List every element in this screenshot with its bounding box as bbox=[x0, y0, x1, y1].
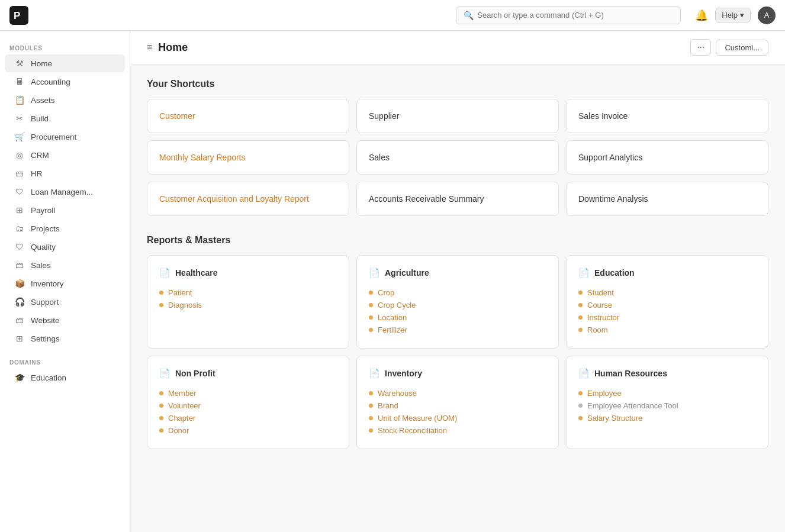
report-item-stock-reconciliation[interactable]: Stock Reconciliation bbox=[369, 424, 546, 437]
sidebar-item-website[interactable]: 🗃 Website bbox=[5, 311, 125, 329]
report-item-instructor[interactable]: Instructor bbox=[578, 311, 756, 324]
search-bar[interactable]: 🔍 bbox=[456, 7, 681, 24]
inventory-icon: 📦 bbox=[14, 279, 25, 288]
diagnosis-dot bbox=[159, 303, 163, 307]
report-card-healthcare: 📄 Healthcare Patient Diagnosis bbox=[147, 255, 349, 349]
sidebar-item-build[interactable]: ✂ Build bbox=[5, 109, 125, 127]
report-item-course[interactable]: Course bbox=[578, 299, 756, 311]
procurement-icon: 🛒 bbox=[14, 132, 25, 141]
sidebar-item-projects[interactable]: 🗂 Projects bbox=[5, 220, 125, 237]
sidebar-item-procurement-label: Procurement bbox=[31, 133, 76, 141]
volunteer-label: Volunteer bbox=[168, 401, 201, 410]
sidebar-item-support[interactable]: 🎧 Support bbox=[5, 293, 125, 311]
location-dot bbox=[369, 315, 373, 320]
sales-icon: 🗃 bbox=[14, 260, 25, 270]
report-item-crop[interactable]: Crop bbox=[369, 286, 546, 299]
healthcare-header: 📄 Healthcare bbox=[159, 267, 337, 278]
page-header-right: ··· Customi... bbox=[690, 39, 768, 56]
sidebar-item-education-domain-label: Education bbox=[31, 373, 66, 382]
page-content: Your Shortcuts Customer Supplier Sales I… bbox=[130, 65, 785, 463]
report-item-patient[interactable]: Patient bbox=[159, 286, 337, 299]
report-item-fertilizer[interactable]: Fertilizer bbox=[369, 324, 546, 336]
report-item-salary-structure[interactable]: Salary Structure bbox=[578, 412, 756, 424]
brand-dot bbox=[369, 404, 373, 408]
report-item-brand[interactable]: Brand bbox=[369, 399, 546, 412]
customize-button[interactable]: Customi... bbox=[716, 40, 768, 56]
sidebar-item-quality-label: Quality bbox=[31, 243, 56, 252]
search-input[interactable] bbox=[477, 11, 673, 20]
chapter-dot bbox=[159, 416, 163, 420]
svg-text:P: P bbox=[14, 10, 20, 21]
shortcut-customer[interactable]: Customer bbox=[147, 99, 349, 133]
patient-label: Patient bbox=[168, 288, 192, 297]
sidebar-item-payroll[interactable]: ⊞ Payroll bbox=[5, 201, 125, 219]
agriculture-header: 📄 Agriculture bbox=[369, 267, 546, 278]
report-item-attendance-tool[interactable]: Employee Attendance Tool bbox=[578, 399, 756, 412]
sidebar-item-crm[interactable]: ◎ CRM bbox=[5, 146, 125, 164]
sidebar-item-hr-label: HR bbox=[31, 169, 43, 178]
shortcut-support-analytics[interactable]: Support Analytics bbox=[566, 140, 768, 175]
sidebar-item-settings[interactable]: ⊞ Settings bbox=[5, 330, 125, 347]
stock-reconciliation-dot bbox=[369, 428, 373, 433]
report-card-nonprofit: 📄 Non Profit Member Volunteer Chapter bbox=[147, 356, 349, 449]
report-item-employee[interactable]: Employee bbox=[578, 387, 756, 399]
report-item-volunteer[interactable]: Volunteer bbox=[159, 399, 337, 412]
sidebar-item-hr[interactable]: 🗃 HR bbox=[5, 165, 125, 182]
donor-dot bbox=[159, 428, 163, 433]
shortcut-monthly-salary[interactable]: Monthly Salary Reports bbox=[147, 140, 349, 175]
sidebar-item-loan[interactable]: 🛡 Loan Managem... bbox=[5, 183, 125, 201]
shortcuts-grid: Customer Supplier Sales Invoice Monthly … bbox=[147, 99, 768, 216]
report-item-member[interactable]: Member bbox=[159, 387, 337, 399]
sidebar-item-education-domain[interactable]: 🎓 Education bbox=[5, 369, 125, 386]
shortcut-sales-invoice[interactable]: Sales Invoice bbox=[566, 99, 768, 133]
sidebar-item-projects-label: Projects bbox=[31, 224, 60, 233]
sidebar-item-website-label: Website bbox=[31, 316, 60, 325]
report-item-chapter[interactable]: Chapter bbox=[159, 412, 337, 424]
education-header: 📄 Education bbox=[578, 267, 756, 278]
sidebar-item-home[interactable]: ⚒ Home bbox=[5, 54, 125, 72]
sidebar-item-inventory[interactable]: 📦 Inventory bbox=[5, 275, 125, 292]
shortcut-accounts-receivable[interactable]: Accounts Receivable Summary bbox=[356, 182, 559, 216]
sidebar-item-procurement[interactable]: 🛒 Procurement bbox=[5, 128, 125, 146]
page-header: ≡ Home ··· Customi... bbox=[130, 31, 785, 65]
notification-bell[interactable]: 🔔 bbox=[695, 9, 708, 22]
report-item-donor[interactable]: Donor bbox=[159, 424, 337, 437]
volunteer-dot bbox=[159, 404, 163, 408]
report-item-student[interactable]: Student bbox=[578, 286, 756, 299]
accounting-icon: 🖩 bbox=[14, 77, 25, 86]
member-dot bbox=[159, 391, 163, 395]
shortcut-downtime-analysis[interactable]: Downtime Analysis bbox=[566, 182, 768, 216]
sidebar-item-home-label: Home bbox=[31, 59, 52, 68]
avatar[interactable]: A bbox=[758, 7, 776, 24]
report-item-warehouse[interactable]: Warehouse bbox=[369, 387, 546, 399]
sidebar-item-assets[interactable]: 📋 Assets bbox=[5, 91, 125, 109]
shortcut-customer-acquisition[interactable]: Customer Acquisition and Loyalty Report bbox=[147, 182, 349, 216]
domains-label: DOMAINS bbox=[0, 354, 130, 368]
report-item-location[interactable]: Location bbox=[369, 311, 546, 324]
logo[interactable]: P bbox=[9, 6, 28, 25]
sidebar-item-accounting[interactable]: 🖩 Accounting bbox=[5, 73, 125, 91]
stock-reconciliation-label: Stock Reconciliation bbox=[378, 426, 447, 435]
fertilizer-dot bbox=[369, 328, 373, 332]
reports-grid: 📄 Healthcare Patient Diagnosis bbox=[147, 255, 768, 449]
report-item-room[interactable]: Room bbox=[578, 324, 756, 336]
shortcut-sales[interactable]: Sales bbox=[356, 140, 559, 175]
report-item-diagnosis[interactable]: Diagnosis bbox=[159, 299, 337, 311]
report-card-hr: 📄 Human Resources Employee Employee Atte… bbox=[566, 356, 768, 449]
sidebar-item-accounting-label: Accounting bbox=[31, 78, 70, 86]
help-button[interactable]: Help ▾ bbox=[715, 8, 751, 22]
crop-cycle-dot bbox=[369, 303, 373, 307]
report-item-uom[interactable]: Unit of Measure (UOM) bbox=[369, 412, 546, 424]
shortcuts-section-title: Your Shortcuts bbox=[147, 79, 768, 89]
modules-label: MODULES bbox=[0, 40, 130, 54]
sidebar-item-sales[interactable]: 🗃 Sales bbox=[5, 256, 125, 274]
sidebar-item-assets-label: Assets bbox=[31, 96, 55, 105]
more-options-button[interactable]: ··· bbox=[690, 39, 711, 56]
shortcut-supplier[interactable]: Supplier bbox=[356, 99, 559, 133]
agriculture-title: Agriculture bbox=[385, 268, 429, 278]
location-label: Location bbox=[378, 313, 407, 322]
menu-icon[interactable]: ≡ bbox=[147, 42, 152, 53]
support-icon: 🎧 bbox=[14, 297, 25, 307]
report-item-crop-cycle[interactable]: Crop Cycle bbox=[369, 299, 546, 311]
sidebar-item-quality[interactable]: 🛡 Quality bbox=[5, 238, 125, 256]
